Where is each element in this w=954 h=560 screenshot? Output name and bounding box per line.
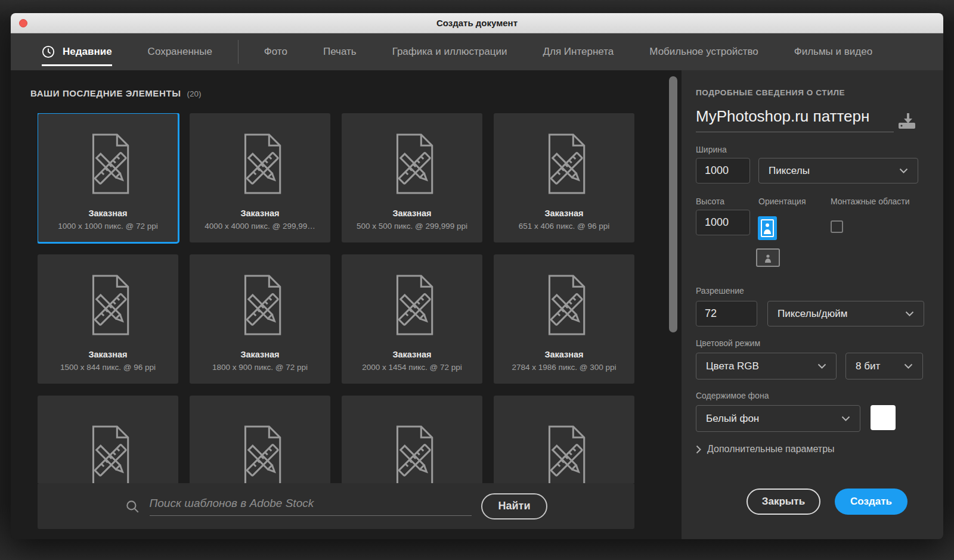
templates-area: ВАШИ ПОСЛЕДНИЕ ЭЛЕМЕНТЫ (20) Заказная 10… <box>11 70 682 539</box>
search-input[interactable] <box>150 497 472 510</box>
tab-label: Печать <box>323 46 357 58</box>
background-contents-label: Содержимое фона <box>696 391 769 400</box>
recent-item[interactable]: Заказная 1000 x 1000 пикс. @ 72 ppi <box>38 113 178 242</box>
recent-item-spec: 4000 x 4000 пикс. @ 299,99… <box>205 222 315 231</box>
recent-item[interactable] <box>494 396 634 483</box>
search-icon <box>125 499 140 514</box>
artboards-label: Монтажные области <box>831 197 910 206</box>
clock-icon <box>42 45 55 58</box>
recent-heading-text: ВАШИ ПОСЛЕДНИЕ ЭЛЕМЕНТЫ <box>30 88 181 98</box>
background-contents-dropdown[interactable]: Белый фон <box>696 405 860 432</box>
chevron-right-icon <box>696 445 701 454</box>
stock-search-bar: Найти <box>38 483 634 529</box>
title-bar: Создать документ <box>11 13 943 33</box>
recent-count: (20) <box>187 89 201 98</box>
recent-item-spec: 500 x 500 пикс. @ 299,999 ppi <box>357 222 467 231</box>
tab-label: Мобильное устройство <box>649 46 758 58</box>
advanced-options-label: Дополнительные параметры <box>707 444 835 455</box>
recent-item[interactable] <box>342 396 482 483</box>
tab-label: Недавние <box>63 46 112 58</box>
recent-item-title: Заказная <box>240 209 279 218</box>
background-color-swatch[interactable] <box>871 405 896 430</box>
recent-item[interactable] <box>38 396 178 483</box>
new-document-icon <box>233 254 287 350</box>
background-contents-value: Белый фон <box>706 413 759 425</box>
tab-label: Сохраненные <box>148 46 212 58</box>
save-preset-icon[interactable] <box>897 113 916 132</box>
recent-section-heading: ВАШИ ПОСЛЕДНИЕ ЭЛЕМЕНТЫ (20) <box>30 88 201 98</box>
recent-item[interactable]: Заказная 4000 x 4000 пикс. @ 299,99… <box>190 113 330 242</box>
recent-item-spec: 2784 x 1986 пикс. @ 300 ppi <box>512 363 617 372</box>
chevron-down-icon <box>905 311 914 316</box>
panel-heading: ПОДРОБНЫЕ СВЕДЕНИЯ О СТИЛЕ <box>696 88 845 97</box>
advanced-options-toggle[interactable]: Дополнительные параметры <box>696 444 835 455</box>
artboards-checkbox[interactable] <box>831 220 843 233</box>
recent-item-spec: 1000 x 1000 пикс. @ 72 ppi <box>58 222 157 231</box>
recent-item-title: Заказная <box>544 350 583 359</box>
resolution-unit-dropdown[interactable]: Пикселы/дюйм <box>767 301 924 326</box>
recent-item-title: Заказная <box>240 350 279 359</box>
recent-item-title: Заказная <box>544 209 583 218</box>
color-mode-label: Цветовой режим <box>696 338 760 348</box>
recent-item-spec: 1800 x 900 пикс. @ 72 ppi <box>212 363 308 372</box>
dialog-body: ВАШИ ПОСЛЕДНИЕ ЭЛЕМЕНТЫ (20) Заказная 10… <box>11 70 943 539</box>
find-button[interactable]: Найти <box>481 493 548 519</box>
bit-depth-dropdown[interactable]: 8 бит <box>845 353 923 379</box>
new-document-icon <box>385 113 439 209</box>
preset-details-panel: ПОДРОБНЫЕ СВЕДЕНИЯ О СТИЛЕ Ширина Пиксел… <box>682 70 943 539</box>
color-mode-value: Цвета RGB <box>706 360 759 372</box>
recent-item-spec: 1500 x 844 пикс. @ 96 ppi <box>60 363 156 372</box>
tab-для-интернета[interactable]: Для Интернета <box>543 33 614 70</box>
recent-item[interactable]: Заказная 2000 x 1454 пикс. @ 72 ppi <box>342 254 482 384</box>
search-input-underline <box>150 497 472 516</box>
orientation-label: Ориентация <box>758 197 806 206</box>
recent-item-spec: 2000 x 1454 пикс. @ 72 ppi <box>362 363 461 372</box>
chevron-down-icon <box>817 363 826 369</box>
new-document-icon <box>385 254 439 350</box>
width-unit-dropdown[interactable]: Пикселы <box>758 158 918 183</box>
tab-divider <box>238 40 238 64</box>
tab-фильмы-и-видео[interactable]: Фильмы и видео <box>794 33 872 70</box>
tab-label: Для Интернета <box>543 46 614 58</box>
recent-item[interactable]: Заказная 651 x 406 пикс. @ 96 ppi <box>494 113 634 242</box>
document-name-field[interactable] <box>696 107 894 132</box>
tab-мобильное-устройство[interactable]: Мобильное устройство <box>649 33 758 70</box>
tab-label: Фото <box>264 46 287 58</box>
recent-item[interactable]: Заказная 500 x 500 пикс. @ 299,999 ppi <box>342 113 482 242</box>
close-button[interactable]: Закрыть <box>747 489 820 515</box>
width-unit-value: Пикселы <box>769 165 810 177</box>
recent-item-title: Заказная <box>392 350 431 359</box>
new-document-icon <box>385 396 439 483</box>
chevron-down-icon <box>841 416 850 421</box>
recent-item[interactable] <box>190 396 330 483</box>
width-label: Ширина <box>696 145 727 154</box>
new-document-icon <box>80 113 135 209</box>
recent-item-title: Заказная <box>88 209 127 218</box>
width-input[interactable] <box>696 158 750 183</box>
tab-label: Фильмы и видео <box>794 46 872 58</box>
new-document-icon <box>537 254 591 350</box>
new-document-icon <box>537 113 591 209</box>
vertical-scrollbar[interactable] <box>669 76 677 332</box>
close-window-button[interactable] <box>19 19 27 27</box>
tab-недавние[interactable]: Недавние <box>42 33 112 70</box>
new-document-icon <box>233 113 287 209</box>
window-title: Создать документ <box>436 18 518 28</box>
tab-графика-и-иллюстрации[interactable]: Графика и иллюстрации <box>392 33 507 70</box>
new-document-icon <box>80 396 135 483</box>
new-document-icon <box>537 396 591 483</box>
tab-печать[interactable]: Печать <box>323 33 357 70</box>
resolution-input[interactable] <box>696 301 757 326</box>
tab-сохраненные[interactable]: Сохраненные <box>148 33 212 70</box>
color-mode-dropdown[interactable]: Цвета RGB <box>696 353 837 379</box>
create-button[interactable]: Создать <box>835 489 907 515</box>
recent-item[interactable]: Заказная 1800 x 900 пикс. @ 72 ppi <box>190 254 330 384</box>
orientation-portrait-button[interactable] <box>758 216 777 240</box>
tab-фото[interactable]: Фото <box>264 33 287 70</box>
orientation-landscape-button[interactable] <box>756 248 780 267</box>
tab-bar: Недавние Сохраненные Фото Печать Графика… <box>11 33 943 70</box>
recent-item[interactable]: Заказная 1500 x 844 пикс. @ 96 ppi <box>38 254 178 384</box>
height-input[interactable] <box>696 210 750 235</box>
resolution-label: Разрешение <box>696 286 744 295</box>
recent-item[interactable]: Заказная 2784 x 1986 пикс. @ 300 ppi <box>494 254 634 384</box>
